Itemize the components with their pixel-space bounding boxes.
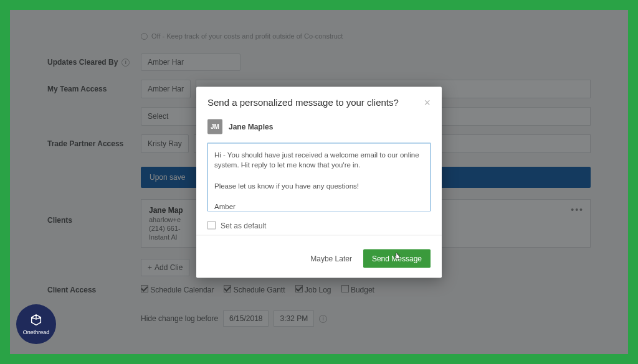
send-message-modal: Send a personalized message to your clie… xyxy=(196,86,442,278)
set-default-label: Set as default xyxy=(221,221,266,230)
brand-name: Onethread xyxy=(23,329,50,335)
modal-title: Send a personalized message to your clie… xyxy=(207,97,399,108)
message-textarea[interactable] xyxy=(207,142,431,211)
close-icon[interactable]: × xyxy=(424,96,431,108)
brand-badge: Onethread xyxy=(16,304,56,344)
recipient-row: JM Jane Maples xyxy=(207,119,431,134)
set-default-checkbox[interactable] xyxy=(207,222,216,230)
maybe-later-button[interactable]: Maybe Later xyxy=(308,250,355,266)
send-message-label: Send Message xyxy=(372,254,422,263)
recipient-name: Jane Maples xyxy=(229,122,273,131)
send-message-button[interactable]: Send Message xyxy=(363,249,431,268)
divider xyxy=(196,235,442,235)
avatar: JM xyxy=(207,119,222,134)
cube-icon xyxy=(29,314,43,327)
